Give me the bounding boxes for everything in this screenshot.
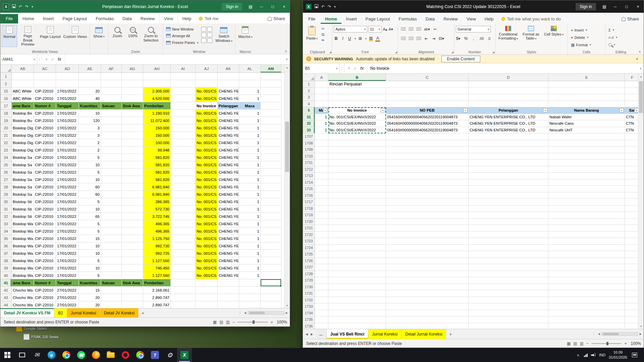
- cell-E1728[interactable]: [548, 271, 625, 278]
- row-header-19[interactable]: 19: [0, 117, 12, 124]
- cell-AJ37[interactable]: No. 001/CS: [196, 250, 218, 257]
- paste-button[interactable]: Paste▾: [304, 25, 320, 47]
- cell-AG23[interactable]: [122, 146, 143, 154]
- row-header-1710[interactable]: 1710: [303, 153, 315, 160]
- cell-B1720[interactable]: [328, 219, 386, 225]
- cell-C1721[interactable]: [386, 225, 469, 232]
- row-header-40[interactable]: 40: [0, 272, 12, 279]
- cell-A1722[interactable]: [315, 232, 328, 238]
- enter-icon[interactable]: ✓: [354, 66, 357, 71]
- cell-AH28[interactable]: 6.981.840: [143, 183, 171, 191]
- arrange-all-button[interactable]: Arrange All: [165, 33, 200, 39]
- cell-AI26[interactable]: [171, 169, 196, 176]
- cell-C1725[interactable]: [386, 251, 469, 258]
- cell-AK36[interactable]: CHENG YE: [218, 242, 239, 250]
- cell-AI35[interactable]: [171, 235, 196, 242]
- cell-AM35[interactable]: [261, 235, 281, 242]
- cell-AK38[interactable]: CHENG YE: [218, 257, 239, 264]
- cell-C33[interactable]: 054160#00000000405620220119004873: [386, 127, 469, 134]
- cell-E1721[interactable]: [548, 225, 625, 232]
- cell-A1711[interactable]: [315, 160, 328, 166]
- cell-B1713[interactable]: [328, 173, 386, 179]
- cell-F1730[interactable]: [625, 284, 638, 291]
- cell-AI24[interactable]: [171, 154, 196, 161]
- cell-AB43[interactable]: Chocho Wa: [12, 294, 34, 301]
- cell-AL37[interactable]: 1: [239, 250, 261, 257]
- cell-AJ35[interactable]: No. 001/CS: [196, 235, 218, 242]
- cell-A1724[interactable]: [315, 245, 328, 251]
- cell-A32[interactable]: 1: [315, 120, 328, 127]
- cell-AM38[interactable]: [261, 257, 281, 264]
- cell-A1725[interactable]: [315, 251, 328, 258]
- cell-AM18[interactable]: [261, 110, 281, 117]
- cell-D1720[interactable]: [469, 219, 548, 225]
- cell-E1724[interactable]: [548, 245, 625, 251]
- collapse-ribbon-icon[interactable]: ∧: [639, 50, 641, 53]
- left-sheet-tab-b2[interactable]: B2: [54, 308, 67, 317]
- cell-AK27[interactable]: CHENG YE: [218, 176, 239, 183]
- cell-AK21[interactable]: CHENG YE: [218, 132, 239, 139]
- cell-D4[interactable]: [469, 101, 548, 108]
- row-header-18[interactable]: 18: [0, 110, 12, 117]
- cell-AJ24[interactable]: No. 001/CS: [196, 154, 218, 161]
- cell-AF19[interactable]: [101, 117, 122, 124]
- middle-align-icon[interactable]: [409, 27, 414, 31]
- cell-A1734[interactable]: [315, 310, 328, 317]
- filter-dropdown-icon[interactable]: ▾: [634, 108, 638, 113]
- cell-D1712[interactable]: [469, 166, 548, 173]
- row-header-16[interactable]: 16: [0, 95, 12, 102]
- cell-AI1[interactable]: [171, 73, 196, 80]
- cell-F1719[interactable]: [625, 212, 638, 219]
- cell-D1708[interactable]: [469, 140, 548, 147]
- cell-E1716[interactable]: [548, 192, 625, 199]
- custom-views-button[interactable]: Custom Views: [62, 25, 88, 47]
- cell-AE24[interactable]: 5: [79, 154, 101, 161]
- desktop-shortcut-psak[interactable]: PSAK 116 Sewa: [23, 334, 58, 340]
- cell-C1732[interactable]: [386, 297, 469, 304]
- cell-AJ27[interactable]: No. 001/CS: [196, 176, 218, 183]
- cell-AC19[interactable]: CIP-22010: [34, 117, 56, 124]
- row-header-1731[interactable]: 1731: [303, 290, 315, 297]
- cell-E1711[interactable]: [548, 160, 625, 166]
- cell-AL36[interactable]: 1: [239, 242, 261, 250]
- opera-icon[interactable]: [118, 348, 133, 362]
- row-header-32[interactable]: 32: [303, 120, 315, 127]
- row-header-21[interactable]: 21: [0, 132, 12, 139]
- normal-view-toggle-icon[interactable]: ▦: [567, 341, 571, 346]
- cell-AL2[interactable]: [239, 80, 261, 87]
- cell-D3[interactable]: [469, 94, 548, 101]
- cell-D1710[interactable]: [469, 153, 548, 160]
- cell-AI22[interactable]: [171, 139, 196, 146]
- cell-AB1[interactable]: [12, 73, 34, 80]
- column-header-AH[interactable]: AH: [143, 65, 171, 72]
- cell-AI27[interactable]: [171, 176, 196, 183]
- cell-AE35[interactable]: 15: [79, 235, 101, 242]
- borders-dropdown-icon[interactable]: ▾: [365, 37, 367, 40]
- cell-E3[interactable]: [548, 94, 625, 101]
- cell-AF43[interactable]: [101, 294, 122, 301]
- cell-AD36[interactable]: 17/01/2022: [56, 242, 79, 250]
- cell-AJ38[interactable]: No. 001/CS: [196, 257, 218, 264]
- cell-A1709[interactable]: [315, 146, 328, 153]
- cell-AH25[interactable]: 581.820: [143, 161, 171, 169]
- cell-E1715[interactable]: [548, 186, 625, 192]
- cell-B32[interactable]: No. 001/CSI/EX/INV/I/2022: [328, 120, 386, 127]
- cell-F1726[interactable]: [625, 258, 638, 264]
- cell-AD35[interactable]: 17/01/2022: [56, 235, 79, 242]
- reset-window-position-icon[interactable]: [207, 38, 212, 43]
- row-header-42[interactable]: 42: [0, 287, 12, 294]
- synchronous-scrolling-icon[interactable]: [207, 33, 212, 37]
- cell-AG19[interactable]: [122, 117, 143, 124]
- row-header-1736[interactable]: 1736: [303, 323, 315, 329]
- cell-AI20[interactable]: [171, 124, 196, 132]
- cell-AG36[interactable]: [122, 242, 143, 250]
- cell-AK15[interactable]: CHENG YE: [218, 87, 239, 95]
- cell-AM31[interactable]: [261, 205, 281, 213]
- cell-C1724[interactable]: [386, 245, 469, 251]
- cell-AE37[interactable]: 10: [79, 250, 101, 257]
- delete-cells-button[interactable]: × Delete▾: [570, 34, 603, 41]
- cell-AM19[interactable]: [261, 117, 281, 124]
- cell-AM36[interactable]: [261, 242, 281, 250]
- cell-AM39[interactable]: [261, 264, 281, 272]
- cell-AH36[interactable]: 992.730: [143, 242, 171, 250]
